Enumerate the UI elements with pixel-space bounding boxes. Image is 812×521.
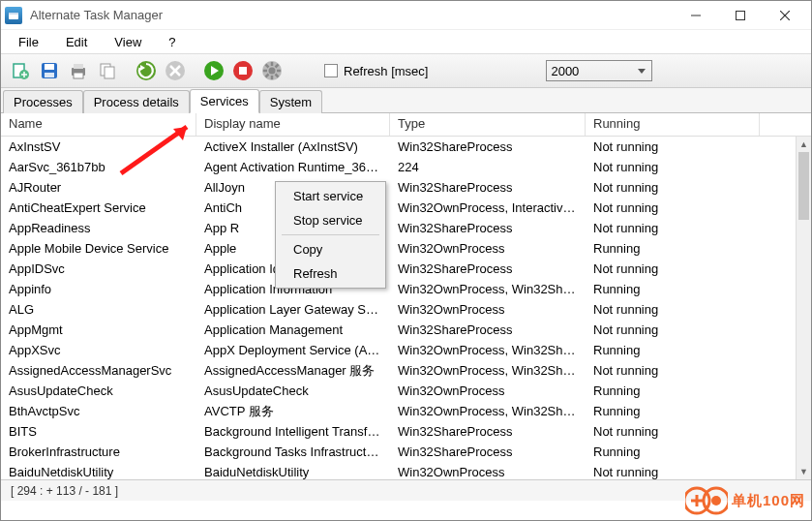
cell-type: Win32OwnProcess, Win32Shar... — [390, 363, 586, 378]
status-text: [ 294 : + 113 / - 181 ] — [11, 484, 118, 498]
cell-display: AssignedAccessManager 服务 — [196, 362, 390, 380]
ctx-stop-service[interactable]: Stop service — [278, 208, 383, 232]
cell-name: Appinfo — [1, 282, 196, 296]
new-icon[interactable] — [7, 57, 34, 84]
cell-type: Win32OwnProcess — [390, 241, 586, 256]
scroll-up-icon[interactable]: ▲ — [797, 137, 811, 152]
cell-name: AppXSvc — [1, 343, 196, 357]
save-icon[interactable] — [36, 57, 63, 84]
cell-display: Background Intelligent Transfe... — [196, 424, 390, 439]
refresh-label: Refresh [msec] — [344, 64, 428, 78]
window-title: Alternate Task Manager — [30, 8, 674, 22]
cell-type: Win32ShareProcess — [390, 180, 586, 195]
close-button[interactable] — [763, 2, 807, 29]
table-row[interactable]: AppReadinessApp RWin32ShareProcessNot ru… — [1, 218, 811, 238]
cell-name: Apple Mobile Device Service — [1, 241, 196, 256]
table-row[interactable]: AssignedAccessManagerSvcAssignedAccessMa… — [1, 360, 811, 381]
cell-running: Not running — [586, 160, 760, 174]
refresh-checkbox[interactable] — [324, 64, 338, 77]
svg-rect-14 — [74, 64, 83, 69]
cell-name: AppMgmt — [1, 322, 196, 337]
cell-running: Not running — [586, 139, 760, 154]
ctx-start-service[interactable]: Start service — [278, 184, 383, 208]
cell-running: Not running — [586, 465, 760, 479]
list-header: Name Display name Type Running — [1, 113, 811, 137]
tab-process-details[interactable]: Process details — [83, 90, 190, 113]
table-row[interactable]: AppinfoApplication InformationWin32OwnPr… — [1, 279, 811, 299]
cell-display: AsusUpdateCheck — [196, 383, 390, 398]
svg-marker-37 — [638, 69, 646, 74]
menu-edit[interactable]: Edit — [54, 33, 99, 51]
print-icon[interactable] — [65, 57, 92, 84]
table-row[interactable]: BrokerInfrastructureBackground Tasks Inf… — [1, 442, 811, 462]
table-row[interactable]: AppMgmtApplication ManagementWin32ShareP… — [1, 320, 811, 340]
svg-rect-11 — [45, 64, 54, 70]
cell-running: Not running — [586, 302, 760, 317]
cell-name: AssignedAccessManagerSvc — [1, 363, 196, 378]
table-row[interactable]: AppXSvcAppX Deployment Service (Ap...Win… — [1, 340, 811, 360]
services-listview: Name Display name Type Running AxInstSVA… — [1, 113, 811, 479]
maximize-button[interactable] — [718, 2, 763, 29]
minimize-button[interactable] — [674, 2, 718, 29]
interval-select[interactable]: 2000 — [546, 60, 652, 81]
app-icon — [5, 7, 22, 24]
scroll-down-icon[interactable]: ▼ — [797, 464, 811, 479]
scroll-thumb[interactable] — [798, 152, 809, 220]
settings-icon[interactable] — [258, 57, 286, 84]
refresh-icon[interactable] — [133, 57, 160, 84]
table-row[interactable]: ALGApplication Layer Gateway Ser...Win32… — [1, 299, 811, 320]
copy-icon[interactable] — [94, 57, 121, 84]
column-type[interactable]: Type — [390, 113, 586, 136]
ctx-copy[interactable]: Copy — [278, 237, 383, 261]
column-display[interactable]: Display name — [196, 113, 390, 136]
menu-file[interactable]: File — [7, 33, 50, 51]
vertical-scrollbar[interactable]: ▲ ▼ — [796, 137, 811, 479]
tab-processes[interactable]: Processes — [3, 90, 83, 113]
cancel-icon[interactable] — [162, 57, 189, 84]
stop-icon[interactable] — [229, 57, 256, 84]
table-row[interactable]: AppIDSvcApplication IdentityWin32SharePr… — [1, 259, 811, 279]
table-row[interactable]: AxInstSVActiveX Installer (AxInstSV)Win3… — [1, 137, 811, 157]
menu-view[interactable]: View — [103, 33, 153, 51]
svg-rect-26 — [239, 67, 247, 75]
tab-system[interactable]: System — [259, 90, 322, 113]
cell-type: Win32ShareProcess — [390, 139, 586, 154]
column-running[interactable]: Running — [586, 113, 760, 136]
tab-services[interactable]: Services — [190, 89, 259, 113]
cell-running: Not running — [586, 322, 760, 337]
cell-running: Not running — [586, 363, 760, 378]
cell-name: ALG — [1, 302, 196, 317]
column-name[interactable]: Name — [1, 113, 196, 136]
cell-name: AJRouter — [1, 180, 196, 195]
cell-running: Not running — [586, 180, 760, 195]
table-row[interactable]: BITSBackground Intelligent Transfe...Win… — [1, 421, 811, 442]
cell-type: Win32OwnProcess, Win32Shar... — [390, 404, 586, 418]
titlebar: Alternate Task Manager — [1, 1, 811, 30]
table-row[interactable]: Apple Mobile Device ServiceAppleWin32Own… — [1, 238, 811, 259]
cell-type: 224 — [390, 160, 586, 174]
statusbar: [ 294 : + 113 / - 181 ] — [1, 479, 811, 501]
table-row[interactable]: BthAvctpSvcAVCTP 服务Win32OwnProcess, Win3… — [1, 401, 811, 421]
cell-name: BthAvctpSvc — [1, 404, 196, 418]
menu-help[interactable]: ? — [157, 33, 187, 51]
ctx-refresh[interactable]: Refresh — [278, 261, 383, 286]
table-row[interactable]: AJRouterAllJoynWin32ShareProcessNot runn… — [1, 177, 811, 198]
cell-name: BITS — [1, 424, 196, 439]
table-row[interactable]: AntiCheatExpert ServiceAntiChWin32OwnPro… — [1, 198, 811, 218]
cell-running: Running — [586, 404, 760, 418]
cell-type: Win32OwnProcess — [390, 383, 586, 398]
cell-running: Running — [586, 383, 760, 398]
interval-value: 2000 — [551, 64, 579, 78]
play-icon[interactable] — [200, 57, 227, 84]
cell-type: Win32OwnProcess, Interactive... — [390, 200, 586, 215]
cell-type: Win32OwnProcess — [390, 465, 586, 479]
table-row[interactable]: AsusUpdateCheckAsusUpdateCheckWin32OwnPr… — [1, 381, 811, 401]
table-row[interactable]: AarSvc_361b7bbAgent Activation Runtime_3… — [1, 157, 811, 177]
cell-display: AVCTP 服务 — [196, 403, 390, 420]
cell-running: Not running — [586, 424, 760, 439]
svg-rect-3 — [737, 11, 745, 19]
cell-type: Win32ShareProcess — [390, 261, 586, 276]
cell-display: ActiveX Installer (AxInstSV) — [196, 139, 390, 154]
table-row[interactable]: BaiduNetdiskUtilityBaiduNetdiskUtilityWi… — [1, 462, 811, 479]
cell-type: Win32ShareProcess — [390, 322, 586, 337]
